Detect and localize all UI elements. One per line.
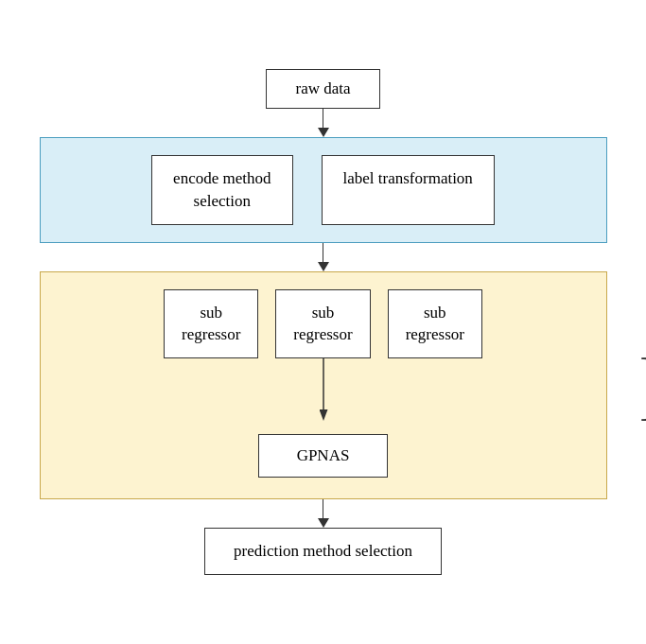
raw-data-label: raw data (295, 79, 350, 97)
label-transformation-box: label transformation (322, 155, 495, 225)
sub-regressor-1-label: subregressor (182, 304, 240, 344)
gpnas-label: GPNAS (297, 446, 350, 464)
sub-regressors-row: subregressor subregressor subregressor (56, 289, 591, 359)
inner-arrows-svg (56, 358, 591, 434)
gpnas-box: GPNAS (258, 434, 389, 478)
label-transformation-label: label transformation (343, 169, 473, 187)
sub-regressor-3: subregressor (388, 289, 482, 359)
blue-container: encode methodselection label transformat… (40, 137, 607, 243)
encode-method-box: encode methodselection (151, 155, 292, 225)
sub-regressor-3-label: subregressor (406, 304, 464, 344)
arrow-raw-to-encode (318, 109, 329, 137)
yellow-container: subregressor subregressor subregressor (40, 271, 607, 500)
yellow-inner: subregressor subregressor subregressor (56, 289, 591, 479)
prediction-label: prediction method selection (234, 542, 412, 560)
gpnas-row: GPNAS (56, 434, 591, 478)
arrow-yellow-to-prediction (318, 499, 329, 528)
sub-regressor-2: subregressor (275, 289, 370, 359)
raw-data-box: raw data (266, 69, 379, 109)
arrow-encode-to-yellow (318, 243, 329, 271)
diagram: raw data encode methodselection label tr… (40, 69, 607, 575)
sub-regressor-2-label: subregressor (293, 304, 352, 344)
brace-icon: } (635, 347, 646, 423)
sub-regressor-1: subregressor (164, 289, 258, 359)
encode-method-label: encode methodselection (173, 169, 271, 210)
repeat-label: } Repeat K times (635, 272, 646, 499)
prediction-box: prediction method selection (204, 528, 442, 575)
